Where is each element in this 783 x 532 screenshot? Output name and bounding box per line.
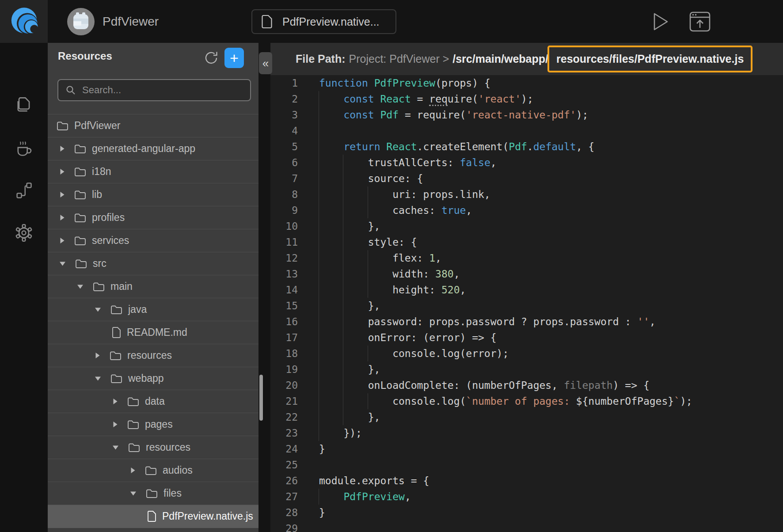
tree-item-label: resources: [127, 350, 172, 361]
code-line-14[interactable]: 14 height: 520,: [270, 282, 783, 298]
coffee-cup-icon[interactable]: [14, 138, 34, 158]
tree-item-generated-angular-app[interactable]: generated-angular-app: [48, 137, 258, 160]
line-number: 2: [270, 91, 309, 107]
tree-item-audios[interactable]: audios: [48, 459, 258, 482]
tree-scrollbar-thumb[interactable]: [259, 375, 263, 421]
indent-guide: [343, 314, 343, 330]
code-text: height: 520,: [319, 282, 466, 298]
code-line-5[interactable]: 5 return React.createElement(Pdf.default…: [270, 139, 783, 155]
indent-guide: [343, 234, 343, 250]
code-line-7[interactable]: 7 source: {: [270, 171, 783, 186]
code-line-25[interactable]: 25: [270, 457, 783, 473]
tree-item-lib[interactable]: lib: [48, 183, 258, 206]
tree-item-pages[interactable]: pages: [48, 413, 258, 436]
code-line-26[interactable]: 26module.exports = {: [270, 473, 783, 489]
code-line-2[interactable]: 2 const React = require('react');: [270, 91, 783, 107]
tree-item-services[interactable]: services: [48, 229, 258, 252]
connector-icon[interactable]: [14, 181, 34, 200]
code-line-16[interactable]: 16 password: props.password ? props.pass…: [270, 314, 783, 330]
code-line-20[interactable]: 20 onLoadComplete: (numberOfPages, filep…: [270, 377, 783, 393]
code-line-1[interactable]: 1function PdfPreview(props) {: [270, 75, 783, 91]
indent-guide: [319, 171, 319, 186]
code-text: },: [319, 298, 380, 314]
folder-icon: [74, 190, 86, 200]
collapse-panel-button[interactable]: «: [259, 52, 272, 74]
tree-item-label: generated-angular-app: [92, 143, 195, 155]
chevron-right-icon: [59, 237, 65, 244]
tree-item-label: files: [163, 487, 182, 499]
line-number: 5: [270, 139, 309, 155]
indent-guide: [343, 218, 343, 234]
code-line-21[interactable]: 21 console.log(`number of pages: ${numbe…: [270, 393, 783, 409]
tab-pdfpreview-native[interactable]: PdfPreview.native...: [251, 9, 396, 34]
indent-guide: [319, 330, 319, 346]
code-line-23[interactable]: 23 });: [270, 425, 783, 441]
tree-item-main[interactable]: main: [48, 275, 258, 298]
code-line-19[interactable]: 19 },: [270, 361, 783, 377]
code-line-18[interactable]: 18 console.log(error);: [270, 346, 783, 361]
line-number: 10: [270, 218, 309, 234]
indent-guide: [343, 202, 343, 218]
tree-item-java[interactable]: java: [48, 298, 258, 321]
tree-item-i18n[interactable]: i18n: [48, 160, 258, 183]
settings-gear-icon[interactable]: [14, 223, 34, 243]
indent-guide: [343, 298, 343, 314]
code-line-12[interactable]: 12 flex: 1,: [270, 250, 783, 266]
add-resource-button[interactable]: +: [224, 48, 244, 68]
code-line-22[interactable]: 22 },: [270, 409, 783, 425]
tree-item-pdfpreview-native-js[interactable]: PdfPreview.native.js: [48, 505, 258, 528]
code-line-28[interactable]: 28}: [270, 505, 783, 521]
tree-item-data[interactable]: data: [48, 390, 258, 413]
code-line-6[interactable]: 6 trustAllCerts: false,: [270, 155, 783, 171]
tree-item-files[interactable]: files: [48, 482, 258, 505]
app-logo-button[interactable]: [0, 0, 48, 43]
code-line-4[interactable]: 4: [270, 123, 783, 139]
code-line-24[interactable]: 24}: [270, 441, 783, 457]
tree-item-readme-md[interactable]: README.md: [48, 321, 258, 344]
tree-item-label: PdfPreview.native.js: [162, 510, 253, 522]
code-line-17[interactable]: 17 onError: (error) => {: [270, 330, 783, 346]
code-text: }: [319, 441, 325, 457]
window-upload-icon[interactable]: [689, 11, 711, 32]
code-line-15[interactable]: 15 },: [270, 298, 783, 314]
code-text: style: {: [319, 234, 417, 250]
indent-guide: [368, 202, 368, 218]
code-line-27[interactable]: 27 PdfPreview,: [270, 489, 783, 505]
code-line-29[interactable]: 29: [270, 521, 783, 532]
code-line-13[interactable]: 13 width: 380,: [270, 266, 783, 282]
chevron-right-icon: [59, 214, 65, 221]
code-line-9[interactable]: 9 caches: true,: [270, 202, 783, 218]
tab-label: PdfPreview.native...: [282, 15, 380, 28]
indent-guide: [319, 218, 319, 234]
line-number: 9: [270, 202, 309, 218]
code-line-3[interactable]: 3 const Pdf = require('react-native-pdf'…: [270, 107, 783, 123]
refresh-icon[interactable]: [203, 49, 220, 66]
tree-item-resources[interactable]: resources: [48, 436, 258, 459]
top-bar: PdfViewer PdfPreview.native...: [0, 0, 783, 43]
folder-icon: [75, 259, 87, 269]
indent-guide: [343, 346, 343, 361]
line-number: 15: [270, 298, 309, 314]
tree-item-webapp[interactable]: webapp: [48, 367, 258, 390]
code-line-8[interactable]: 8 uri: props.link,: [270, 186, 783, 202]
tree-item-label: data: [145, 395, 165, 407]
tree-item-profiles[interactable]: profiles: [48, 206, 258, 229]
indent-guide: [319, 393, 319, 409]
code-text: console.log(`number of pages: ${numberOf…: [319, 393, 692, 409]
tree-item-label: PdfViewer: [74, 120, 120, 132]
indent-guide: [319, 123, 319, 139]
code-text: });: [319, 425, 362, 441]
tree-item-resources[interactable]: resources: [48, 344, 258, 367]
tree-item-pdfviewer[interactable]: PdfViewer: [48, 114, 258, 137]
tree-item-blank[interactable]: [48, 528, 258, 532]
code-text: PdfPreview,: [319, 489, 411, 505]
search-input[interactable]: [81, 84, 246, 96]
line-number: 22: [270, 409, 309, 425]
line-number: 16: [270, 314, 309, 330]
indent-guide: [343, 250, 343, 266]
code-line-11[interactable]: 11 style: {: [270, 234, 783, 250]
play-icon[interactable]: [653, 12, 669, 31]
tree-item-src[interactable]: src: [48, 252, 258, 275]
code-line-10[interactable]: 10 },: [270, 218, 783, 234]
documents-icon[interactable]: [14, 96, 34, 115]
